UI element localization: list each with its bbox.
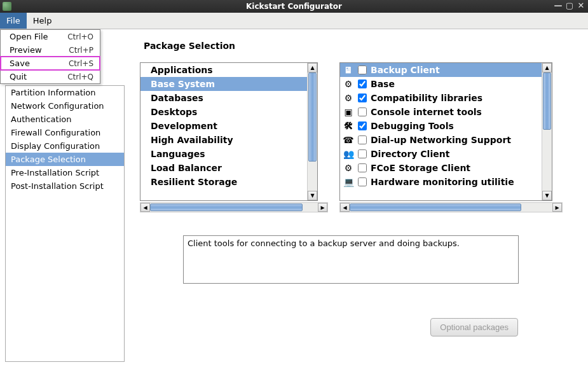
category-item[interactable]: Databases bbox=[140, 91, 307, 105]
scroll-thumb[interactable] bbox=[308, 73, 317, 162]
sidebar: Partition InformationNetwork Configurati… bbox=[5, 85, 125, 362]
menu-label: Quit bbox=[10, 72, 27, 81]
app-icon bbox=[3, 2, 11, 11]
monitor-icon: 💻 bbox=[343, 176, 354, 188]
scroll-thumb[interactable] bbox=[150, 204, 303, 211]
menu-file[interactable]: File bbox=[0, 13, 27, 29]
package-checkbox[interactable] bbox=[358, 66, 367, 74]
category-listbox: ApplicationsBase SystemDatabasesDesktops… bbox=[140, 62, 318, 201]
menu-shortcut: Ctrl+O bbox=[67, 32, 93, 41]
category-item[interactable]: Desktops bbox=[140, 105, 307, 119]
file-menu-quit[interactable]: QuitCtrl+Q bbox=[1, 70, 100, 83]
package-label: Base bbox=[371, 79, 395, 89]
package-label: Directory Client bbox=[371, 149, 449, 159]
package-row[interactable]: 💻Hardware monitoring utilitie bbox=[340, 175, 542, 189]
package-checkbox[interactable] bbox=[358, 107, 367, 116]
package-checkbox[interactable] bbox=[358, 149, 367, 158]
optional-packages-button[interactable]: Optional packages bbox=[430, 318, 518, 336]
package-row[interactable]: 👥Directory Client bbox=[340, 147, 542, 161]
file-dropdown-menu: Open FileCtrl+OPreviewCtrl+PSaveCtrl+SQu… bbox=[0, 29, 100, 84]
sidebar-item-network-configuration[interactable]: Network Configuration bbox=[6, 99, 124, 113]
minimize-button[interactable]: — bbox=[554, 1, 563, 10]
sidebar-item-partition-information[interactable]: Partition Information bbox=[6, 86, 124, 99]
tools-icon: 🛠 bbox=[343, 120, 354, 132]
package-label: Hardware monitoring utilitie bbox=[371, 177, 514, 187]
package-label: FCoE Storage Client bbox=[371, 163, 470, 173]
package-hscroll[interactable]: ◀ ▶ bbox=[339, 202, 563, 212]
category-item[interactable]: Languages bbox=[140, 147, 307, 161]
description-box: Client tools for connecting to a backup … bbox=[183, 235, 519, 284]
sidebar-item-firewall-configuration[interactable]: Firewall Configuration bbox=[6, 126, 124, 139]
sidebar-item-pre-installation-script[interactable]: Pre-Installation Script bbox=[6, 166, 124, 179]
menu-label: Open File bbox=[10, 32, 48, 41]
menu-shortcut: Ctrl+P bbox=[69, 46, 93, 55]
category-item[interactable]: Resilient Storage bbox=[140, 175, 307, 189]
package-listbox: 🖥Backup Client⚙Base⚙Compatibility librar… bbox=[339, 62, 552, 201]
backup-icon: 🖥 bbox=[343, 64, 354, 76]
content-area: Package Selection ApplicationsBase Syste… bbox=[125, 29, 588, 367]
scroll-left-icon[interactable]: ◀ bbox=[140, 203, 150, 212]
category-item[interactable]: Base System bbox=[140, 77, 307, 91]
package-scrollbar[interactable]: ▲ ▼ bbox=[542, 63, 552, 200]
scroll-right-icon[interactable]: ▶ bbox=[552, 203, 562, 212]
page-title: Package Selection bbox=[144, 41, 573, 51]
package-checkbox[interactable] bbox=[358, 177, 367, 186]
package-row[interactable]: ⚙Base bbox=[340, 77, 542, 91]
menu-help[interactable]: Help bbox=[27, 13, 58, 29]
category-hscroll[interactable]: ◀ ▶ bbox=[140, 202, 328, 212]
scroll-left-icon[interactable]: ◀ bbox=[340, 203, 350, 212]
scroll-right-icon[interactable]: ▶ bbox=[318, 203, 327, 212]
package-label: Debugging Tools bbox=[371, 121, 454, 131]
scroll-up-icon[interactable]: ▲ bbox=[308, 63, 317, 73]
users-icon: 👥 bbox=[343, 148, 354, 160]
close-button[interactable]: ✕ bbox=[577, 1, 585, 10]
file-menu-preview[interactable]: PreviewCtrl+P bbox=[1, 43, 100, 57]
description-text: Client tools for connecting to a backup … bbox=[188, 239, 460, 248]
menu-label: Preview bbox=[10, 45, 42, 55]
package-checkbox[interactable] bbox=[358, 93, 367, 102]
category-item[interactable]: Development bbox=[140, 119, 307, 133]
package-checkbox[interactable] bbox=[358, 135, 367, 144]
package-row[interactable]: ⚙Compatibility libraries bbox=[340, 91, 542, 105]
package-row[interactable]: 🛠Debugging Tools bbox=[340, 119, 542, 133]
package-row[interactable]: ☎Dial-up Networking Support bbox=[340, 133, 542, 147]
sidebar-item-post-installation-script[interactable]: Post-Installation Script bbox=[6, 179, 124, 193]
file-menu-save[interactable]: SaveCtrl+S bbox=[1, 57, 100, 70]
gear-icon: ⚙ bbox=[343, 162, 354, 174]
scroll-thumb[interactable] bbox=[350, 204, 521, 211]
phone-icon: ☎ bbox=[343, 134, 354, 146]
scroll-down-icon[interactable]: ▼ bbox=[308, 191, 317, 200]
package-label: Compatibility libraries bbox=[371, 93, 482, 103]
window-title: Kickstart Configurator bbox=[246, 2, 342, 11]
package-label: Backup Client bbox=[371, 65, 440, 75]
menu-label: Save bbox=[10, 59, 30, 68]
category-item[interactable]: High Availability bbox=[140, 133, 307, 147]
gear-icon: ⚙ bbox=[343, 78, 354, 90]
maximize-button[interactable]: ▢ bbox=[565, 1, 574, 10]
terminal-icon: ▣ bbox=[343, 106, 354, 118]
category-item[interactable]: Load Balancer bbox=[140, 161, 307, 175]
package-label: Dial-up Networking Support bbox=[371, 135, 511, 145]
package-checkbox[interactable] bbox=[358, 80, 367, 88]
package-row[interactable]: ▣Console internet tools bbox=[340, 105, 542, 119]
sidebar-item-package-selection[interactable]: Package Selection bbox=[6, 153, 124, 166]
sidebar-item-display-configuration[interactable]: Display Configuration bbox=[6, 139, 124, 153]
package-row[interactable]: ⚙FCoE Storage Client bbox=[340, 161, 542, 175]
package-checkbox[interactable] bbox=[358, 121, 367, 130]
menubar: File Help bbox=[0, 13, 588, 29]
package-label: Console internet tools bbox=[371, 107, 482, 117]
menu-shortcut: Ctrl+Q bbox=[67, 73, 93, 81]
category-item[interactable]: Applications bbox=[140, 63, 307, 77]
package-checkbox[interactable] bbox=[358, 163, 367, 172]
sidebar-item-authentication[interactable]: Authentication bbox=[6, 113, 124, 126]
scroll-down-icon[interactable]: ▼ bbox=[542, 191, 552, 200]
file-menu-open-file[interactable]: Open FileCtrl+O bbox=[1, 30, 100, 43]
sidebar-list: Partition InformationNetwork Configurati… bbox=[6, 86, 124, 193]
menu-shortcut: Ctrl+S bbox=[69, 59, 93, 68]
package-row[interactable]: 🖥Backup Client bbox=[340, 63, 542, 77]
gear-icon: ⚙ bbox=[343, 92, 354, 104]
scroll-up-icon[interactable]: ▲ bbox=[542, 63, 552, 73]
window-titlebar: Kickstart Configurator — ▢ ✕ bbox=[0, 0, 588, 13]
category-scrollbar[interactable]: ▲ ▼ bbox=[307, 63, 317, 200]
scroll-thumb[interactable] bbox=[543, 73, 551, 130]
